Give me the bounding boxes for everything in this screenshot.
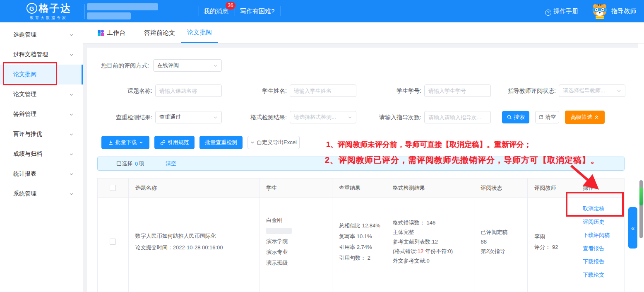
chevron-down-icon xyxy=(213,115,218,120)
topic-name-input-wrap xyxy=(155,84,222,97)
col-header-status: 评阅状态 xyxy=(474,179,528,198)
col-header-topic: 选题名称 xyxy=(129,179,260,198)
dup-check-label: 查重检测结果: xyxy=(87,111,152,123)
select-all-checkbox[interactable] xyxy=(110,185,116,191)
guide-count-label: 请输入指导次数: xyxy=(368,111,421,123)
sidebar-item-defense-management[interactable]: 答辩管理 xyxy=(0,104,83,124)
double-chevron-up-icon xyxy=(594,115,599,120)
chevron-down-icon xyxy=(617,89,621,93)
action-download-thesis-link[interactable]: 下载论文 xyxy=(583,268,618,282)
main-panel: 您目前的评阅方式: 在线评阅 课题名称: 学生姓名: 学生学号: 指导教师评阅状… xyxy=(87,48,638,292)
messages-badge: 36 xyxy=(226,2,235,10)
guidance-round: 第2次指导 xyxy=(481,246,521,256)
format-check-select[interactable]: 请选择格式检测... xyxy=(290,111,356,123)
annotation-box-sidebar xyxy=(3,62,57,85)
chevron-down-icon xyxy=(69,172,74,176)
student-major: 演示专业 xyxy=(266,247,325,258)
student-name-label: 学生姓名: xyxy=(232,84,287,97)
student-no-input[interactable] xyxy=(428,88,487,94)
format-ref-list: 参考文献列表数:12 xyxy=(393,237,467,246)
sidebar-item-topic-management[interactable]: 选题管理 xyxy=(0,25,83,45)
double-chevron-left-icon: « xyxy=(631,224,634,232)
collapse-side-tab[interactable]: « xyxy=(628,207,637,249)
annotation-arrow xyxy=(567,162,604,194)
my-messages-link[interactable]: 我的消息 xyxy=(204,0,228,22)
row-checkbox[interactable] xyxy=(110,239,116,245)
sidebar-item-system-management[interactable]: 系统管理 xyxy=(0,184,83,204)
batch-download-button[interactable]: 批量下载 xyxy=(101,136,149,149)
action-view-report-link[interactable]: 查看报告 xyxy=(583,242,618,255)
review-status: 已评阅定稿 xyxy=(481,227,521,237)
student-no-input-wrap xyxy=(424,84,491,97)
action-review-history-link[interactable]: 评阅历史 xyxy=(583,215,618,229)
writing-help-link[interactable]: 写作有困难? xyxy=(240,0,274,22)
batch-dup-check-button[interactable]: 批量查重检测 xyxy=(199,136,243,149)
logo-tagline: 教育大数据专家 xyxy=(12,15,85,21)
table-header-row: 选题名称 学生 查重结果 格式检测结果 评阅状态 评阅教师 操作 xyxy=(98,179,624,198)
review-score: 88 xyxy=(481,237,521,246)
tab-workbench[interactable]: 工作台 xyxy=(98,22,125,43)
student-name-input[interactable] xyxy=(294,88,352,94)
search-button[interactable]: 搜索 xyxy=(502,111,529,123)
topic-title: 数字人民币如何助推人民币国际化 xyxy=(135,230,252,242)
col-header-student: 学生 xyxy=(260,179,332,198)
user-info-redacted-line2 xyxy=(87,12,131,19)
logo-title: 格子达 xyxy=(39,2,71,15)
format-check-label: 格式检测结果: xyxy=(232,111,287,123)
dup-cite-rate: 引用率 2.74% xyxy=(339,242,382,253)
student-name: 白金刚 xyxy=(266,215,325,226)
chevron-down-icon xyxy=(69,132,74,137)
chevron-down-icon xyxy=(69,92,74,97)
export-excel-button[interactable]: 自定义导出Excel xyxy=(248,136,300,149)
selected-unit: 项 xyxy=(139,160,144,167)
guide-count-input-wrap xyxy=(424,111,491,123)
sidebar-item-statistics[interactable]: 统计报表 xyxy=(0,164,83,184)
dup-copy-rate: 复写率 10.1% xyxy=(339,231,382,242)
chevron-down-icon xyxy=(213,63,218,68)
header-divider xyxy=(281,6,281,16)
scrollbar-track[interactable] xyxy=(638,43,644,292)
advanced-filter-button[interactable]: 高级筛选 xyxy=(565,111,605,124)
review-mode-label: 您目前的评阅方式: xyxy=(87,59,149,72)
chevron-down-icon xyxy=(69,53,74,57)
dup-cite-sentences: 引用句数： 2 xyxy=(339,253,382,263)
annotation-box-cancel-final xyxy=(566,192,624,217)
format-body-complete: 主体完整 xyxy=(393,227,467,237)
guide-count-input[interactable] xyxy=(428,114,487,121)
manual-link[interactable]: ?操作手册 xyxy=(545,0,578,22)
download-icon xyxy=(108,140,113,145)
citation-standard-button[interactable]: 引用规范 xyxy=(154,136,195,149)
review-mode-select[interactable]: 在线评阅 xyxy=(153,59,222,72)
sidebar-item-thesis-management[interactable]: 论文管理 xyxy=(0,84,83,104)
dup-check-select[interactable]: 查重通过 xyxy=(155,111,222,123)
student-no-label: 学生学号: xyxy=(368,84,421,97)
sidebar-item-grades-archive[interactable]: 成绩与归档 xyxy=(0,144,83,164)
selection-clear-link[interactable]: 清空 xyxy=(166,160,176,167)
annotation-note-line1: 1、评阅教师未评分前，导师可直接【取消定稿】。重新评分； xyxy=(326,140,531,150)
thesis-table: 选题名称 学生 查重结果 格式检测结果 评阅状态 评阅教师 操作 数字人民币如何… xyxy=(97,178,625,292)
workbench-grid-icon xyxy=(98,30,104,36)
tab-pre-defense-thesis[interactable]: 答辩前论文 xyxy=(144,22,175,43)
topic-name-label: 课题名称: xyxy=(87,84,152,97)
reviewer-name: 李雨 xyxy=(534,231,569,242)
sidebar-item-blind-review[interactable]: 盲评与推优 xyxy=(0,124,83,144)
page-tabbar: 工作台 答辩前论文 论文批阅 xyxy=(83,22,644,43)
tab-thesis-review[interactable]: 论文批阅 xyxy=(181,22,218,43)
chevron-down-icon xyxy=(69,112,74,117)
action-download-reviewed-link[interactable]: 下载评阅稿 xyxy=(583,229,618,242)
annotation-note-line2: 2、评阅教师已评分，需评阅教师先撤销评分，导师方可【取消定稿】。 xyxy=(325,154,599,166)
col-header-dup: 查重结果 xyxy=(332,179,386,198)
topic-name-input[interactable] xyxy=(159,88,218,94)
selected-count: 0 xyxy=(135,161,138,167)
sidebar-item-process-docs[interactable]: 过程文档管理 xyxy=(0,45,83,65)
chevron-down-icon xyxy=(139,140,143,145)
dup-similarity: 总相似比 12.84% xyxy=(339,220,382,231)
header-divider xyxy=(235,6,235,16)
clear-button[interactable]: 清空 xyxy=(535,111,559,123)
action-download-report-link[interactable]: 下载报告 xyxy=(583,255,618,268)
role-label: 指导教师 xyxy=(611,0,636,22)
header-divider xyxy=(199,6,199,16)
advisor-review-status-select[interactable]: 请选择指导教师... xyxy=(559,84,625,97)
search-icon xyxy=(507,115,512,120)
format-error-red-count: 12 xyxy=(418,248,423,254)
